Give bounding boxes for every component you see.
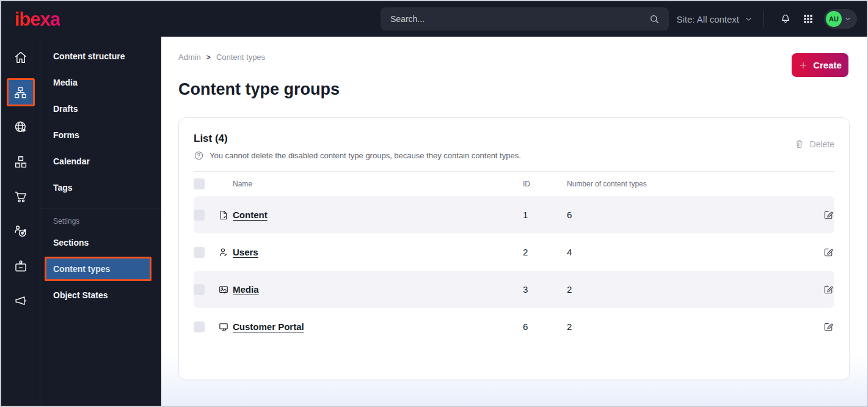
- chevron-down-icon: [745, 15, 753, 23]
- image-icon: [214, 284, 233, 295]
- page-title: Content type groups: [178, 80, 850, 99]
- nav-admin[interactable]: [7, 252, 35, 280]
- column-count: Number of content types: [567, 180, 810, 188]
- group-count: 2: [567, 284, 810, 295]
- table-row-content: Content 1 6: [194, 196, 834, 233]
- sidebar-item-drafts[interactable]: Drafts: [40, 95, 161, 122]
- search-icon[interactable]: [649, 13, 660, 25]
- topbar-divider: [764, 11, 764, 27]
- group-link[interactable]: Users: [233, 247, 258, 257]
- globe-cursor-icon: [13, 119, 29, 135]
- main-nav-rail: [1, 37, 40, 406]
- sidebar-section-settings: Settings: [40, 208, 161, 229]
- person-target-icon: [13, 224, 29, 240]
- edit-button[interactable]: [823, 246, 834, 258]
- monitor-icon: [214, 321, 233, 332]
- breadcrumb-separator: >: [206, 53, 211, 62]
- site-context-label: Site: All context: [676, 14, 739, 24]
- sidebar-item-object-states[interactable]: Object States: [40, 282, 161, 308]
- nav-commerce[interactable]: [7, 183, 35, 211]
- chevron-down-icon: [844, 15, 852, 23]
- group-link[interactable]: Customer Portal: [233, 321, 304, 332]
- column-id: ID: [523, 180, 567, 188]
- group-id: 6: [523, 321, 567, 332]
- notifications-bell-icon[interactable]: [779, 13, 792, 25]
- content-sidebar: Content structure Media Drafts Forms Cal…: [40, 37, 161, 406]
- list-info-text: You cannot delete the disabled content t…: [210, 151, 521, 160]
- row-checkbox[interactable]: [194, 321, 205, 332]
- row-checkbox[interactable]: [194, 210, 205, 221]
- trash-icon: [794, 139, 804, 149]
- sitemap-icon: [13, 85, 28, 100]
- list-info: You cannot delete the disabled content t…: [194, 150, 834, 161]
- row-checkbox[interactable]: [194, 247, 205, 258]
- table-row-customer-portal: Customer Portal 6 2: [194, 308, 834, 345]
- group-id: 3: [523, 284, 567, 295]
- sidebar-item-content-types[interactable]: Content types: [45, 257, 151, 281]
- content-type-groups-card: List (4) You cannot delete the disabled …: [178, 117, 850, 380]
- app-grid-icon[interactable]: [803, 13, 814, 24]
- sidebar-item-content-structure[interactable]: Content structure: [40, 43, 161, 69]
- boxes-icon: [13, 154, 29, 170]
- group-count: 4: [567, 247, 810, 257]
- edit-button[interactable]: [823, 209, 834, 221]
- column-name: Name: [233, 180, 523, 188]
- main-content: Admin > Content types Create Content typ…: [161, 37, 867, 406]
- sidebar-item-sections[interactable]: Sections: [40, 229, 161, 255]
- question-circle-icon: [194, 150, 204, 161]
- sidebar-item-media[interactable]: Media: [40, 69, 161, 95]
- cart-icon: [13, 189, 29, 205]
- user-icon: [214, 247, 233, 258]
- edit-button[interactable]: [823, 284, 834, 295]
- ibexa-logo: ibexa: [15, 10, 60, 29]
- nav-product-catalog[interactable]: [7, 148, 35, 176]
- id-badge-icon: [13, 258, 29, 274]
- table-row-media: Media 3 2: [194, 271, 834, 308]
- site-context-selector[interactable]: Site: All context: [659, 13, 753, 25]
- topbar: ibexa Site: All context: [1, 1, 867, 37]
- nav-site[interactable]: [7, 113, 35, 141]
- group-id: 2: [523, 247, 567, 257]
- breadcrumb-admin[interactable]: Admin: [178, 53, 201, 62]
- sidebar-item-forms[interactable]: Forms: [40, 122, 161, 148]
- breadcrumb: Admin > Content types: [178, 53, 850, 62]
- nav-personalization[interactable]: [7, 218, 35, 246]
- user-menu[interactable]: AU: [824, 9, 857, 29]
- sidebar-item-calendar[interactable]: Calendar: [40, 148, 161, 174]
- list-title: List (4): [194, 133, 834, 145]
- table-header: Name ID Number of content types: [194, 172, 834, 196]
- edit-button[interactable]: [823, 321, 834, 332]
- group-id: 1: [523, 210, 567, 220]
- plus-icon: [798, 61, 808, 70]
- row-checkbox[interactable]: [194, 284, 205, 295]
- topbar-right-cluster: Site: All context AU: [659, 9, 867, 29]
- nav-campaign[interactable]: [7, 287, 35, 315]
- nav-dashboard[interactable]: [7, 43, 35, 72]
- create-button[interactable]: Create: [792, 53, 848, 77]
- global-search[interactable]: [381, 7, 669, 31]
- file-icon: [214, 210, 233, 221]
- table-row-users: Users 2 4: [194, 233, 834, 271]
- group-count: 6: [567, 210, 810, 220]
- search-input[interactable]: [390, 14, 649, 24]
- group-link[interactable]: Media: [233, 284, 259, 295]
- home-icon: [13, 50, 29, 65]
- delete-button[interactable]: Delete: [794, 139, 834, 149]
- group-link[interactable]: Content: [233, 210, 268, 220]
- sidebar-item-tags[interactable]: Tags: [40, 174, 161, 200]
- avatar: AU: [826, 11, 842, 27]
- app-window: ibexa Site: All context: [0, 0, 868, 407]
- select-all-checkbox[interactable]: [194, 178, 205, 189]
- nav-content[interactable]: [7, 78, 35, 106]
- group-count: 2: [567, 321, 810, 332]
- breadcrumb-content-types: Content types: [216, 53, 265, 62]
- megaphone-icon: [13, 293, 29, 309]
